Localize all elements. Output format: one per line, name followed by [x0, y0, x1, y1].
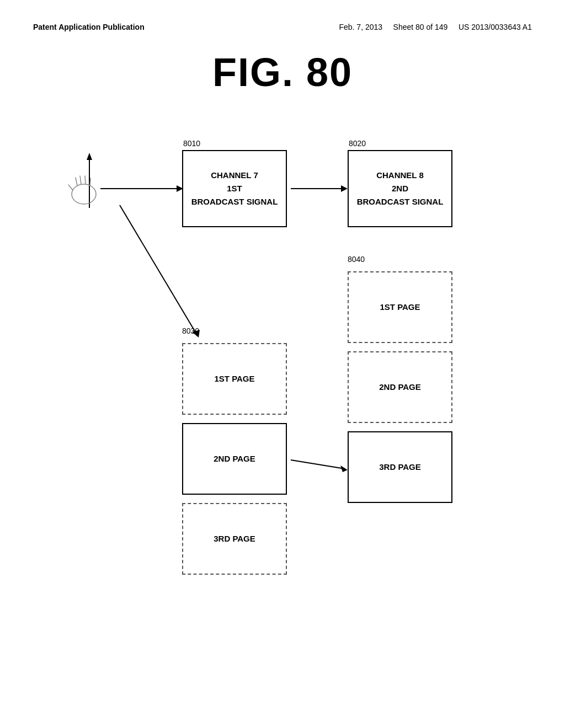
box-8030-3rd-label: 3RD PAGE: [214, 532, 255, 545]
box-8010-channel: CHANNEL 7: [211, 169, 258, 182]
svg-marker-11: [341, 185, 348, 192]
box-8020-line2: 2ND: [392, 182, 408, 195]
diagram-area: 8010 CHANNEL 7 1ST BROADCAST SIGNAL 8020…: [33, 122, 532, 702]
page-container: Patent Application Publication Feb. 7, 2…: [0, 0, 565, 728]
svg-line-7: [68, 185, 73, 190]
svg-marker-15: [340, 465, 348, 472]
label-8010: 8010: [183, 137, 200, 149]
svg-line-5: [85, 176, 86, 184]
label-8040: 8040: [348, 255, 365, 264]
box-8040-3rd-label: 3RD PAGE: [379, 461, 421, 474]
header-patent: US 2013/0033643 A1: [459, 23, 532, 31]
box-8030-2nd-label: 2ND PAGE: [214, 452, 255, 465]
header-date: Feb. 7, 2013: [339, 23, 382, 31]
box-8030-3rd-page: 3RD PAGE: [182, 503, 287, 575]
publication-label: Patent Application Publication: [33, 23, 145, 31]
box-8040-3rd-page: 3RD PAGE: [348, 431, 452, 503]
svg-line-6: [90, 178, 90, 186]
box-8030-2nd-page: 2ND PAGE: [182, 423, 287, 495]
box-8030-1st-page: 1ST PAGE: [182, 343, 287, 415]
box-8040-2nd-label: 2ND PAGE: [379, 381, 421, 394]
box-8040-1st-page: 1ST PAGE: [348, 271, 452, 343]
box-8020-channel: CHANNEL 8: [376, 169, 424, 182]
box-8040-2nd-page: 2ND PAGE: [348, 351, 452, 423]
svg-line-14: [291, 460, 345, 469]
svg-marker-1: [87, 153, 92, 160]
svg-point-2: [72, 184, 96, 204]
header-left: Patent Application Publication: [33, 22, 145, 33]
label-8020: 8020: [349, 137, 366, 149]
box-8020-line3: BROADCAST SIGNAL: [357, 195, 444, 208]
box-8010: 8010 CHANNEL 7 1ST BROADCAST SIGNAL: [182, 150, 287, 227]
box-8020: 8020 CHANNEL 8 2ND BROADCAST SIGNAL: [348, 150, 452, 227]
box-8030-1st-label: 1ST PAGE: [214, 372, 254, 386]
box-8010-line3: BROADCAST SIGNAL: [191, 195, 278, 208]
svg-line-3: [76, 178, 77, 186]
box-8010-line2: 1ST: [227, 182, 242, 195]
svg-line-4: [80, 176, 81, 184]
header: Patent Application Publication Feb. 7, 2…: [33, 22, 532, 33]
header-sheet: Sheet 80 of 149: [393, 23, 448, 31]
figure-title: FIG. 80: [33, 50, 532, 95]
box-8040-1st-label: 1ST PAGE: [380, 301, 420, 314]
header-right: Feb. 7, 2013 Sheet 80 of 149 US 2013/003…: [339, 22, 532, 33]
label-8030: 8030: [182, 326, 199, 335]
